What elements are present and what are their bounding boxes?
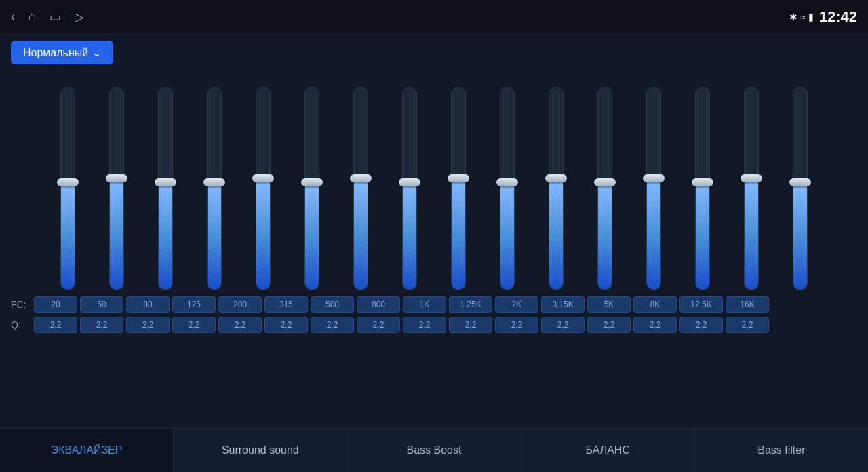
preset-label: Нормальный <box>23 47 88 59</box>
slider-thumb-8K[interactable] <box>692 178 713 186</box>
slider-track-315[interactable] <box>304 87 319 290</box>
slider-fill-20 <box>61 182 75 290</box>
slider-track-3.15K[interactable] <box>597 87 612 290</box>
fc-badge-200[interactable]: 200 <box>218 296 262 313</box>
fc-badge-20[interactable]: 20 <box>34 296 77 313</box>
slider-column-200 <box>240 83 286 294</box>
q-badge-8K[interactable]: 2,2 <box>633 317 677 333</box>
q-badge-800[interactable]: 2,2 <box>357 317 400 333</box>
fc-badge-500[interactable]: 500 <box>311 296 354 313</box>
slider-column-800 <box>387 83 433 294</box>
slider-track-5K[interactable] <box>646 87 661 290</box>
slider-thumb-800[interactable] <box>399 178 420 186</box>
wifi-icon: ≈ <box>800 12 806 22</box>
slider-track-200[interactable] <box>256 87 271 290</box>
slider-thumb-200[interactable] <box>252 174 274 182</box>
slider-fill-1.25K <box>500 182 514 290</box>
fc-badge-1.25K[interactable]: 1.25K <box>449 296 492 313</box>
back-icon[interactable]: ‹ <box>11 9 15 24</box>
q-badge-50[interactable]: 2,2 <box>80 317 123 333</box>
slider-column-315 <box>289 83 335 294</box>
slider-track-1K[interactable] <box>451 87 466 290</box>
slider-thumb-3.15K[interactable] <box>594 178 616 186</box>
q-badge-200[interactable]: 2,2 <box>218 317 262 333</box>
fc-badge-1K[interactable]: 1K <box>403 296 446 313</box>
q-badge-20[interactable]: 2,2 <box>34 317 77 333</box>
tab-balance[interactable]: БАЛАНС <box>521 429 695 472</box>
q-badge-1.25K[interactable]: 2,2 <box>449 317 492 333</box>
slider-thumb-12.5K[interactable] <box>741 174 762 182</box>
slider-column-125 <box>191 83 237 294</box>
fc-badge-16K[interactable]: 16K <box>726 296 769 313</box>
fc-row: FC: 2050801252003155008001K1.25K2K3.15K5… <box>11 296 857 313</box>
q-badge-315[interactable]: 2,2 <box>264 317 308 333</box>
slider-track-80[interactable] <box>158 87 173 290</box>
preset-button[interactable]: Нормальный ⌄ <box>11 41 113 64</box>
slider-track-12.5K[interactable] <box>744 87 759 290</box>
slider-thumb-2K[interactable] <box>545 174 567 182</box>
slider-thumb-1K[interactable] <box>448 174 469 182</box>
tab-bass[interactable]: Bass Boost <box>347 429 521 472</box>
fc-badge-800[interactable]: 800 <box>357 296 400 313</box>
q-badge-80[interactable]: 2,2 <box>126 317 170 333</box>
q-badge-3.15K[interactable]: 2,2 <box>541 317 585 333</box>
slider-track-800[interactable] <box>402 87 417 290</box>
overview-icon[interactable]: ▭ <box>50 9 61 24</box>
fc-badge-8K[interactable]: 8K <box>633 296 677 313</box>
slider-track-wrapper-315 <box>302 83 321 294</box>
slider-track-2K[interactable] <box>549 87 564 290</box>
slider-column-16K <box>777 83 823 294</box>
fc-badge-50[interactable]: 50 <box>80 296 123 313</box>
slider-thumb-80[interactable] <box>155 178 176 186</box>
slider-thumb-125[interactable] <box>203 178 225 186</box>
slider-thumb-315[interactable] <box>301 178 323 186</box>
q-row: Q: 2,22,22,22,22,22,22,22,22,22,22,22,22… <box>11 317 857 333</box>
slider-thumb-20[interactable] <box>57 178 79 186</box>
play-icon[interactable]: ▷ <box>75 9 84 24</box>
slider-track-wrapper-16K <box>791 83 810 294</box>
fc-badge-5K[interactable]: 5K <box>587 296 631 313</box>
slider-track-125[interactable] <box>207 87 222 290</box>
slider-thumb-5K[interactable] <box>643 174 665 182</box>
q-badge-500[interactable]: 2,2 <box>311 317 354 333</box>
q-badge-16K[interactable]: 2,2 <box>726 317 769 333</box>
q-label: Q: <box>11 319 31 330</box>
slider-track-16K[interactable] <box>793 87 808 290</box>
fc-badge-12.5K[interactable]: 12.5K <box>679 296 723 313</box>
slider-fill-125 <box>208 182 221 290</box>
q-badge-125[interactable]: 2,2 <box>172 317 216 333</box>
slider-thumb-16K[interactable] <box>789 178 811 186</box>
fc-badge-3.15K[interactable]: 3.15K <box>541 296 585 313</box>
slider-thumb-500[interactable] <box>350 174 372 182</box>
slider-column-3.15K <box>582 83 628 294</box>
fc-badge-315[interactable]: 315 <box>264 296 308 313</box>
clock: 12:42 <box>819 8 857 26</box>
slider-fill-12.5K <box>745 178 758 290</box>
slider-thumb-50[interactable] <box>106 174 127 182</box>
slider-track-wrapper-500 <box>351 83 370 294</box>
slider-track-20[interactable] <box>60 87 75 290</box>
fc-label: FC: <box>11 299 31 310</box>
slider-track-wrapper-80 <box>156 83 175 294</box>
fc-badge-2K[interactable]: 2K <box>495 296 538 313</box>
tab-surround[interactable]: Surround sound <box>174 429 347 472</box>
slider-fill-50 <box>110 178 123 290</box>
q-badge-5K[interactable]: 2,2 <box>587 317 631 333</box>
slider-fill-500 <box>354 178 368 290</box>
slider-thumb-1.25K[interactable] <box>496 178 518 186</box>
tab-eq[interactable]: ЭКВАЛАЙЗЕР <box>0 429 174 472</box>
home-icon[interactable]: ⌂ <box>28 9 36 24</box>
slider-track-50[interactable] <box>109 87 124 290</box>
q-badge-1K[interactable]: 2,2 <box>403 317 446 333</box>
q-badge-2K[interactable]: 2,2 <box>495 317 538 333</box>
slider-track-wrapper-8K <box>693 83 712 294</box>
q-badge-12.5K[interactable]: 2,2 <box>679 317 723 333</box>
tab-filter[interactable]: Bass filter <box>695 429 868 472</box>
slider-column-1K <box>435 83 481 294</box>
slider-track-500[interactable] <box>353 87 368 290</box>
slider-track-1.25K[interactable] <box>500 87 515 290</box>
fc-badge-125[interactable]: 125 <box>172 296 216 313</box>
slider-track-8K[interactable] <box>695 87 710 290</box>
fc-badge-80[interactable]: 80 <box>126 296 170 313</box>
slider-fill-5K <box>647 178 660 290</box>
